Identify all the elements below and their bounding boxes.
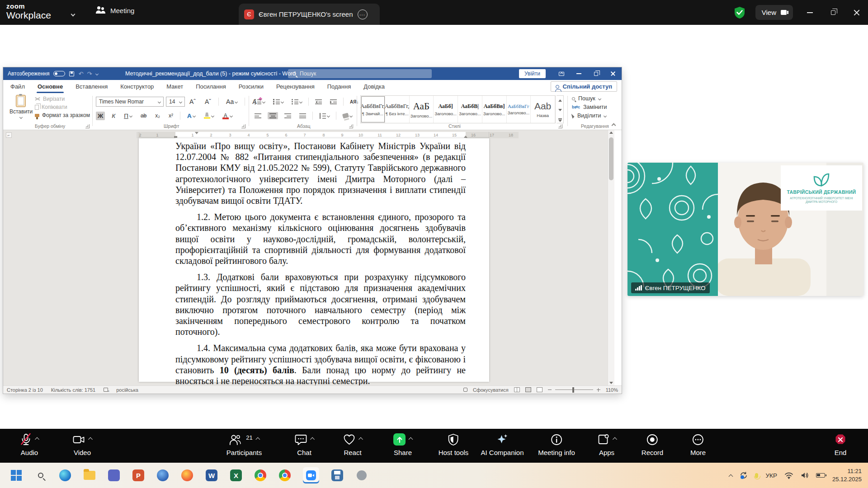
search-input[interactable] <box>300 70 408 77</box>
apps-button[interactable]: Apps <box>597 433 617 456</box>
autosave-toggle[interactable] <box>53 71 65 76</box>
scroll-up-icon[interactable] <box>558 99 562 102</box>
tab-options-icon[interactable]: ... <box>358 9 368 19</box>
scroll-down-icon[interactable] <box>609 382 613 384</box>
font-color-button[interactable]: А <box>221 111 234 120</box>
meeting-info-button[interactable]: Meeting info <box>538 433 575 456</box>
subscript-button[interactable]: x₂ <box>153 112 162 120</box>
discord-app[interactable] <box>108 469 120 482</box>
zoom-level[interactable]: 110% <box>606 387 618 393</box>
cut-button[interactable]: Вирізати <box>35 96 90 102</box>
page-indicator[interactable]: Сторінка 2 із 10 <box>7 387 43 393</box>
bullets-button[interactable] <box>253 98 267 105</box>
change-case-button[interactable]: Аа <box>224 97 239 106</box>
font-name-select[interactable]: Times New Romar <box>96 97 164 107</box>
tab-view[interactable]: Подання <box>326 80 352 93</box>
zoom-track[interactable] <box>555 389 593 390</box>
taskbar-clock[interactable]: 11:21 25.12.2025 <box>832 467 862 483</box>
excel-app[interactable]: X <box>230 469 242 482</box>
word-close-button[interactable] <box>605 67 621 80</box>
sync-icon[interactable] <box>740 471 748 479</box>
misc-app[interactable] <box>355 469 368 482</box>
participants-button[interactable]: 21 Participants <box>226 433 262 456</box>
style-heading3[interactable]: АаБбВ|Заголово... <box>458 96 482 123</box>
left-indent-marker[interactable] <box>174 136 177 138</box>
chat-options-chevron-icon[interactable] <box>310 437 315 442</box>
zoom-app[interactable] <box>303 467 319 483</box>
styles-dialog-launcher[interactable] <box>558 124 562 128</box>
justify-button[interactable] <box>297 112 308 119</box>
search-button[interactable] <box>34 469 47 482</box>
speaker-icon[interactable] <box>801 472 809 479</box>
word-minimize-button[interactable] <box>571 67 586 80</box>
line-spacing-button[interactable] <box>317 112 331 120</box>
apps-options-chevron-icon[interactable] <box>613 437 617 442</box>
audio-options-chevron-icon[interactable] <box>35 437 39 442</box>
floppy-app[interactable] <box>331 469 344 482</box>
word-restore-button[interactable] <box>588 67 604 80</box>
edge-app[interactable] <box>59 469 71 482</box>
tab-meeting[interactable]: Meeting <box>96 6 134 14</box>
share-screen-button[interactable]: Share <box>393 433 412 456</box>
select-button[interactable]: Виділити <box>572 113 607 119</box>
tab-file[interactable]: Файл <box>9 80 26 93</box>
text-effects-button[interactable]: А <box>185 112 197 120</box>
style-title[interactable]: АabНазва <box>531 96 555 123</box>
clipboard-dialog-launcher[interactable] <box>85 124 90 128</box>
tab-insert[interactable]: Вставлення <box>75 80 108 93</box>
word-count[interactable]: Кількість слів: 1751 <box>51 387 95 393</box>
first-line-indent-marker[interactable] <box>195 132 198 134</box>
replace-button[interactable]: b⇄cЗамінити <box>572 104 607 110</box>
tab-review[interactable]: Рецензування <box>275 80 316 93</box>
tab-design[interactable]: Конструктор <box>119 80 155 93</box>
audio-button[interactable]: Audio <box>20 433 39 456</box>
scroll-down-icon[interactable] <box>558 109 562 111</box>
end-meeting-button[interactable]: End <box>834 433 847 456</box>
decrease-indent-button[interactable] <box>313 98 324 105</box>
video-options-chevron-icon[interactable] <box>88 437 93 442</box>
document-page[interactable]: України «Про вищу освіту», Постанови Каб… <box>139 138 489 382</box>
paragraph[interactable]: України «Про вищу освіту», Постанови Каб… <box>175 141 466 206</box>
numbering-button[interactable] <box>271 98 285 105</box>
share-document-button[interactable]: Спільний доступ <box>551 81 617 92</box>
react-options-chevron-icon[interactable] <box>359 437 363 442</box>
focus-mode-button[interactable]: Сфокусуватися <box>473 387 509 393</box>
chevron-down-icon[interactable] <box>71 12 75 17</box>
paragraph[interactable]: 1.4. Максимальна сума додаткових балів, … <box>175 343 466 385</box>
react-button[interactable]: React <box>343 433 363 456</box>
grow-font-button[interactable]: Аˆ <box>188 97 198 106</box>
tab-references[interactable]: Посилання <box>195 80 227 93</box>
ribbon-display-options-button[interactable] <box>554 67 569 80</box>
read-mode-button[interactable] <box>514 387 520 392</box>
start-button[interactable] <box>10 469 23 482</box>
zoom-slider[interactable] <box>548 388 600 392</box>
style-heading4[interactable]: АаБбВв]Заголово... <box>482 96 507 123</box>
redo-icon[interactable]: ↷ <box>87 70 92 77</box>
wifi-icon[interactable] <box>784 472 793 479</box>
signin-button[interactable]: Увійти <box>519 69 546 78</box>
paragraph[interactable]: 1.2. Метою цього документа є встановленн… <box>175 211 466 266</box>
security-shield-icon[interactable] <box>734 6 745 19</box>
tab-home[interactable]: Основне <box>37 80 64 93</box>
highlight-button[interactable] <box>202 112 216 120</box>
strikethrough-button[interactable]: ab <box>139 112 148 120</box>
document-text[interactable]: України «Про вищу освіту», Постанови Каб… <box>175 141 466 385</box>
search-box[interactable] <box>288 69 432 78</box>
close-button[interactable] <box>850 6 863 19</box>
tab-shared-screen[interactable]: Є Євген ПЕТРУЩЕНКО's screen ... <box>239 4 380 25</box>
file-explorer-app[interactable] <box>83 469 96 482</box>
customize-toolbar-chevron-icon[interactable] <box>95 72 99 75</box>
word-app[interactable]: W <box>205 469 218 482</box>
increase-indent-button[interactable] <box>328 98 339 105</box>
multilevel-list-button[interactable] <box>290 98 304 105</box>
align-left-button[interactable] <box>253 112 263 119</box>
vertical-scrollbar[interactable] <box>608 130 614 385</box>
mic-tray-icon[interactable] <box>755 473 758 478</box>
tab-layout[interactable]: Макет <box>165 80 184 93</box>
record-button[interactable]: Record <box>642 433 663 456</box>
hidden-icons-chevron-icon[interactable] <box>729 474 733 479</box>
align-center-button[interactable] <box>268 112 278 119</box>
bold-button[interactable]: Ж <box>96 112 105 120</box>
tab-stop-selector[interactable]: ⌐ <box>6 132 12 138</box>
horizontal-ruler[interactable]: 2 1 1 2 3 4 5 6 7 8 9 10 11 12 13 14 15 … <box>137 132 519 138</box>
